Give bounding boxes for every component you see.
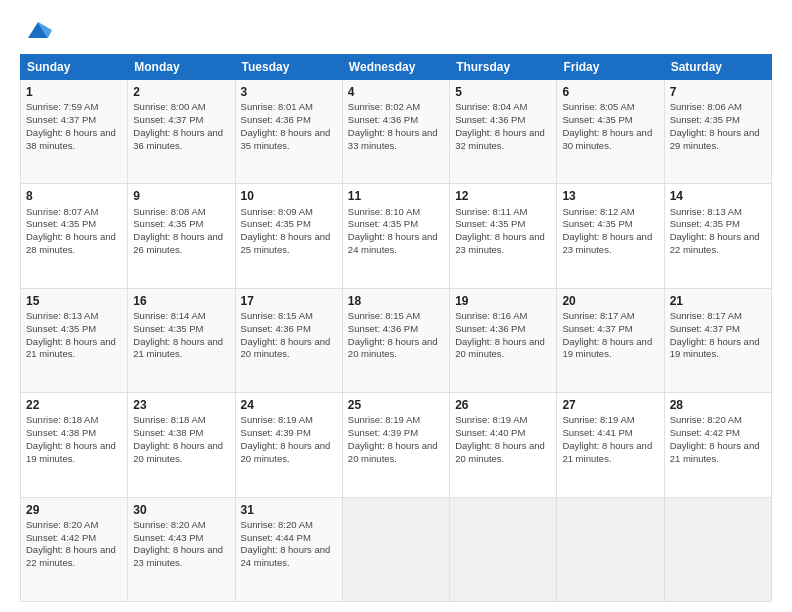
day-number: 13 [562,188,658,204]
day-cell: 23Sunrise: 8:18 AMSunset: 4:38 PMDayligh… [128,393,235,497]
day-number: 8 [26,188,122,204]
day-cell: 16Sunrise: 8:14 AMSunset: 4:35 PMDayligh… [128,288,235,392]
header-cell-sunday: Sunday [21,55,128,80]
week-row-3: 15Sunrise: 8:13 AMSunset: 4:35 PMDayligh… [21,288,772,392]
day-info: Sunrise: 7:59 AMSunset: 4:37 PMDaylight:… [26,101,116,150]
day-number: 5 [455,84,551,100]
day-cell: 8Sunrise: 8:07 AMSunset: 4:35 PMDaylight… [21,184,128,288]
day-info: Sunrise: 8:17 AMSunset: 4:37 PMDaylight:… [562,310,652,359]
header-row: SundayMondayTuesdayWednesdayThursdayFrid… [21,55,772,80]
day-info: Sunrise: 8:14 AMSunset: 4:35 PMDaylight:… [133,310,223,359]
day-cell: 20Sunrise: 8:17 AMSunset: 4:37 PMDayligh… [557,288,664,392]
day-cell: 21Sunrise: 8:17 AMSunset: 4:37 PMDayligh… [664,288,771,392]
day-number: 18 [348,293,444,309]
day-info: Sunrise: 8:20 AMSunset: 4:42 PMDaylight:… [26,519,116,568]
day-number: 14 [670,188,766,204]
day-cell: 3Sunrise: 8:01 AMSunset: 4:36 PMDaylight… [235,80,342,184]
header [20,16,772,44]
day-cell: 7Sunrise: 8:06 AMSunset: 4:35 PMDaylight… [664,80,771,184]
day-info: Sunrise: 8:15 AMSunset: 4:36 PMDaylight:… [348,310,438,359]
day-info: Sunrise: 8:11 AMSunset: 4:35 PMDaylight:… [455,206,545,255]
day-info: Sunrise: 8:20 AMSunset: 4:43 PMDaylight:… [133,519,223,568]
logo [20,16,52,44]
day-info: Sunrise: 8:08 AMSunset: 4:35 PMDaylight:… [133,206,223,255]
day-number: 23 [133,397,229,413]
day-info: Sunrise: 8:20 AMSunset: 4:42 PMDaylight:… [670,414,760,463]
day-cell: 25Sunrise: 8:19 AMSunset: 4:39 PMDayligh… [342,393,449,497]
day-number: 15 [26,293,122,309]
day-number: 20 [562,293,658,309]
day-info: Sunrise: 8:19 AMSunset: 4:39 PMDaylight:… [348,414,438,463]
week-row-2: 8Sunrise: 8:07 AMSunset: 4:35 PMDaylight… [21,184,772,288]
day-info: Sunrise: 8:13 AMSunset: 4:35 PMDaylight:… [26,310,116,359]
week-row-4: 22Sunrise: 8:18 AMSunset: 4:38 PMDayligh… [21,393,772,497]
header-cell-saturday: Saturday [664,55,771,80]
header-cell-thursday: Thursday [450,55,557,80]
day-number: 11 [348,188,444,204]
day-cell: 19Sunrise: 8:16 AMSunset: 4:36 PMDayligh… [450,288,557,392]
day-cell: 1Sunrise: 7:59 AMSunset: 4:37 PMDaylight… [21,80,128,184]
day-number: 31 [241,502,337,518]
week-row-1: 1Sunrise: 7:59 AMSunset: 4:37 PMDaylight… [21,80,772,184]
header-cell-tuesday: Tuesday [235,55,342,80]
calendar: SundayMondayTuesdayWednesdayThursdayFrid… [20,54,772,602]
day-cell: 5Sunrise: 8:04 AMSunset: 4:36 PMDaylight… [450,80,557,184]
day-number: 25 [348,397,444,413]
day-number: 16 [133,293,229,309]
day-info: Sunrise: 8:15 AMSunset: 4:36 PMDaylight:… [241,310,331,359]
day-cell: 18Sunrise: 8:15 AMSunset: 4:36 PMDayligh… [342,288,449,392]
day-cell: 13Sunrise: 8:12 AMSunset: 4:35 PMDayligh… [557,184,664,288]
day-info: Sunrise: 8:00 AMSunset: 4:37 PMDaylight:… [133,101,223,150]
day-number: 12 [455,188,551,204]
day-info: Sunrise: 8:10 AMSunset: 4:35 PMDaylight:… [348,206,438,255]
day-cell: 30Sunrise: 8:20 AMSunset: 4:43 PMDayligh… [128,497,235,601]
day-cell: 26Sunrise: 8:19 AMSunset: 4:40 PMDayligh… [450,393,557,497]
day-cell: 28Sunrise: 8:20 AMSunset: 4:42 PMDayligh… [664,393,771,497]
day-info: Sunrise: 8:18 AMSunset: 4:38 PMDaylight:… [133,414,223,463]
day-info: Sunrise: 8:19 AMSunset: 4:41 PMDaylight:… [562,414,652,463]
day-info: Sunrise: 8:09 AMSunset: 4:35 PMDaylight:… [241,206,331,255]
day-cell: 29Sunrise: 8:20 AMSunset: 4:42 PMDayligh… [21,497,128,601]
day-cell: 4Sunrise: 8:02 AMSunset: 4:36 PMDaylight… [342,80,449,184]
day-number: 2 [133,84,229,100]
week-row-5: 29Sunrise: 8:20 AMSunset: 4:42 PMDayligh… [21,497,772,601]
day-cell: 10Sunrise: 8:09 AMSunset: 4:35 PMDayligh… [235,184,342,288]
day-cell: 22Sunrise: 8:18 AMSunset: 4:38 PMDayligh… [21,393,128,497]
day-number: 27 [562,397,658,413]
day-number: 24 [241,397,337,413]
day-cell: 31Sunrise: 8:20 AMSunset: 4:44 PMDayligh… [235,497,342,601]
header-cell-friday: Friday [557,55,664,80]
day-info: Sunrise: 8:05 AMSunset: 4:35 PMDaylight:… [562,101,652,150]
calendar-table: SundayMondayTuesdayWednesdayThursdayFrid… [20,54,772,602]
day-cell [557,497,664,601]
day-number: 10 [241,188,337,204]
day-number: 19 [455,293,551,309]
day-cell: 12Sunrise: 8:11 AMSunset: 4:35 PMDayligh… [450,184,557,288]
day-info: Sunrise: 8:02 AMSunset: 4:36 PMDaylight:… [348,101,438,150]
day-cell: 27Sunrise: 8:19 AMSunset: 4:41 PMDayligh… [557,393,664,497]
day-info: Sunrise: 8:20 AMSunset: 4:44 PMDaylight:… [241,519,331,568]
day-info: Sunrise: 8:16 AMSunset: 4:36 PMDaylight:… [455,310,545,359]
day-info: Sunrise: 8:06 AMSunset: 4:35 PMDaylight:… [670,101,760,150]
day-number: 3 [241,84,337,100]
day-cell: 15Sunrise: 8:13 AMSunset: 4:35 PMDayligh… [21,288,128,392]
day-info: Sunrise: 8:13 AMSunset: 4:35 PMDaylight:… [670,206,760,255]
day-cell [450,497,557,601]
page: SundayMondayTuesdayWednesdayThursdayFrid… [0,0,792,612]
day-cell: 14Sunrise: 8:13 AMSunset: 4:35 PMDayligh… [664,184,771,288]
day-number: 26 [455,397,551,413]
day-info: Sunrise: 8:07 AMSunset: 4:35 PMDaylight:… [26,206,116,255]
day-number: 6 [562,84,658,100]
day-number: 1 [26,84,122,100]
logo-icon [24,16,52,44]
day-number: 7 [670,84,766,100]
day-number: 4 [348,84,444,100]
day-info: Sunrise: 8:19 AMSunset: 4:40 PMDaylight:… [455,414,545,463]
day-info: Sunrise: 8:12 AMSunset: 4:35 PMDaylight:… [562,206,652,255]
day-number: 9 [133,188,229,204]
day-cell: 2Sunrise: 8:00 AMSunset: 4:37 PMDaylight… [128,80,235,184]
day-cell: 24Sunrise: 8:19 AMSunset: 4:39 PMDayligh… [235,393,342,497]
day-number: 30 [133,502,229,518]
day-cell [342,497,449,601]
header-cell-monday: Monday [128,55,235,80]
